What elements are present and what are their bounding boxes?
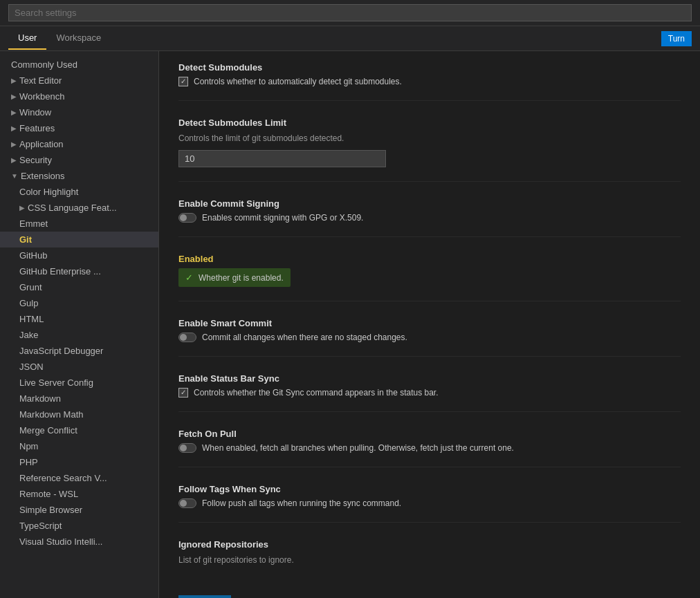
sidebar-item-label: JSON [19,362,44,372]
sidebar-item-remote-wsl[interactable]: Remote - WSL [0,486,158,502]
sidebar-item-grunt[interactable]: Grunt [0,279,158,295]
sidebar-item-label: CSS Language Feat... [28,203,117,213]
sidebar-item-label: Gulp [19,298,38,308]
setting-enable-status-bar-sync-title: Enable Status Bar Sync [178,373,681,384]
fetch-on-pull-toggle[interactable] [178,443,196,453]
sidebar-item-label: Application [19,139,64,149]
sidebar-item-github-enterprise[interactable]: GitHub Enterprise ... [0,263,158,279]
setting-follow-tags-when-sync: Follow Tags When Sync Follow push all ta… [178,484,681,523]
sidebar-item-label: Remote - WSL [19,489,78,499]
follow-tags-when-sync-label: Follow push all tags when running the sy… [202,498,401,508]
sidebar-item-workbench[interactable]: ▶Workbench [0,88,158,104]
sidebar-item-jake[interactable]: Jake [0,327,158,343]
sidebar-item-commonly-used[interactable]: Commonly Used [0,57,158,73]
setting-detect-submodules-title: Detect Submodules [178,62,681,73]
sidebar-item-markdown-math[interactable]: Markdown Math [0,407,158,422]
sidebar-item-application[interactable]: ▶Application [0,136,158,152]
sidebar-item-text-editor[interactable]: ▶Text Editor [0,73,158,88]
sidebar-item-php[interactable]: PHP [0,454,158,470]
settings-content: Detect Submodules Controls whether to au… [159,51,700,598]
setting-detect-submodules-limit-desc: Controls the limit of git submodules det… [178,132,681,144]
sidebar-item-github[interactable]: GitHub [0,247,158,263]
sidebar-item-label: Markdown Math [19,409,83,420]
sidebar-item-label: Npm [19,441,38,451]
setting-follow-tags-when-sync-title: Follow Tags When Sync [178,484,681,494]
sidebar-item-git[interactable]: Git [0,232,158,247]
sidebar-item-features[interactable]: ▶Features [0,120,158,136]
follow-tags-when-sync-row: Follow push all tags when running the sy… [178,498,681,508]
sidebar-item-label: Features [19,123,55,133]
setting-detect-submodules-limit-title: Detect Submodules Limit [178,118,681,128]
sidebar-item-simple-browser[interactable]: Simple Browser [0,502,158,518]
sidebar-item-label: Jake [19,330,38,340]
sidebar-item-label: JavaScript Debugger [19,346,103,356]
sidebar-item-live-server-config[interactable]: Live Server Config [0,375,158,391]
detect-submodules-label: Controls whether to automatically detect… [194,77,402,86]
chevron-icon: ▶ [11,124,17,132]
enable-commit-signing-row: Enables commit signing with GPG or X.509… [178,213,681,223]
tab-workspace[interactable]: Workspace [46,27,111,50]
setting-enable-smart-commit-title: Enable Smart Commit [178,318,681,328]
enabled-highlight-box: ✓ Whether git is enabled. [178,268,291,287]
enabled-check-icon: ✓ [185,272,193,283]
sidebar-item-html[interactable]: HTML [0,311,158,327]
enable-smart-commit-toggle[interactable] [178,333,196,342]
sidebar-item-npm[interactable]: Npm [0,438,158,454]
chevron-icon: ▼ [11,172,18,180]
setting-enable-smart-commit: Enable Smart Commit Commit all changes w… [178,318,681,357]
detect-submodules-limit-input[interactable] [178,150,386,167]
sidebar-item-label: Text Editor [19,75,62,86]
enable-status-bar-sync-row: Controls whether the Git Sync command ap… [178,388,681,398]
sidebar-item-label: Visual Studio Intelli... [19,536,102,547]
detect-submodules-row: Controls whether to automatically detect… [178,77,681,86]
turn-on-button[interactable]: Turn [661,31,692,46]
setting-detect-submodules-limit: Detect Submodules Limit Controls the lim… [178,118,681,182]
sidebar-item-color-highlight[interactable]: Color Highlight [0,184,158,200]
sidebar-item-javascript-debugger[interactable]: JavaScript Debugger [0,343,158,359]
sidebar-item-gulp[interactable]: Gulp [0,295,158,311]
sidebar-item-label: GitHub Enterprise ... [19,266,101,277]
sidebar-item-label: Markdown [19,393,61,404]
sidebar-item-label: Emmet [19,218,48,229]
follow-tags-when-sync-toggle[interactable] [178,498,196,508]
setting-fetch-on-pull: Fetch On Pull When enabled, fetch all br… [178,429,681,467]
main-layout: Commonly Used▶Text Editor▶Workbench▶Wind… [0,51,700,598]
chevron-icon: ▶ [11,77,17,84]
setting-enable-commit-signing-title: Enable Commit Signing [178,198,681,209]
enable-commit-signing-toggle[interactable] [178,213,196,223]
sidebar-item-extensions[interactable]: ▼Extensions [0,168,158,184]
sidebar-item-css-language-feat[interactable]: ▶CSS Language Feat... [0,200,158,216]
sidebar-item-label: Merge Conflict [19,425,77,436]
sidebar-item-label: Window [19,107,51,118]
enable-smart-commit-row: Commit all changes when there are no sta… [178,333,681,342]
setting-enabled: Enabled ✓ Whether git is enabled. [178,254,681,301]
sidebar-item-label: GitHub [19,250,47,261]
sidebar-item-reference-search-v[interactable]: Reference Search V... [0,470,158,486]
detect-submodules-checkbox[interactable] [178,77,188,86]
chevron-icon: ▶ [11,140,17,148]
sidebar-item-typescript[interactable]: TypeScript [0,518,158,534]
sidebar-item-json[interactable]: JSON [0,359,158,375]
add-item-button[interactable]: Add Item [178,595,231,598]
sidebar-item-label: Workbench [19,91,65,102]
tab-user[interactable]: User [8,27,46,50]
search-input[interactable] [8,4,692,21]
sidebar-item-window[interactable]: ▶Window [0,104,158,120]
sidebar-item-merge-conflict[interactable]: Merge Conflict [0,422,158,438]
enable-smart-commit-label: Commit all changes when there are no sta… [202,333,407,342]
sidebar-item-label: Live Server Config [19,377,93,388]
sidebar-item-markdown[interactable]: Markdown [0,391,158,407]
setting-ignored-repositories-title: Ignored Repositories [178,539,681,550]
sidebar-item-visual-studio-intelli[interactable]: Visual Studio Intelli... [0,534,158,550]
fetch-on-pull-label: When enabled, fetch all branches when pu… [202,443,514,453]
sidebar-item-emmet[interactable]: Emmet [0,216,158,232]
chevron-icon: ▶ [11,93,17,100]
enable-commit-signing-label: Enables commit signing with GPG or X.509… [202,213,363,223]
fetch-on-pull-row: When enabled, fetch all branches when pu… [178,443,681,453]
chevron-icon: ▶ [11,156,17,164]
sidebar-item-label: Reference Search V... [19,473,107,483]
sidebar-item-security[interactable]: ▶Security [0,152,158,168]
setting-ignored-repositories-desc: List of git repositories to ignore. [178,554,681,566]
enable-status-bar-sync-checkbox[interactable] [178,388,188,398]
sidebar-item-label: TypeScript [19,521,62,531]
